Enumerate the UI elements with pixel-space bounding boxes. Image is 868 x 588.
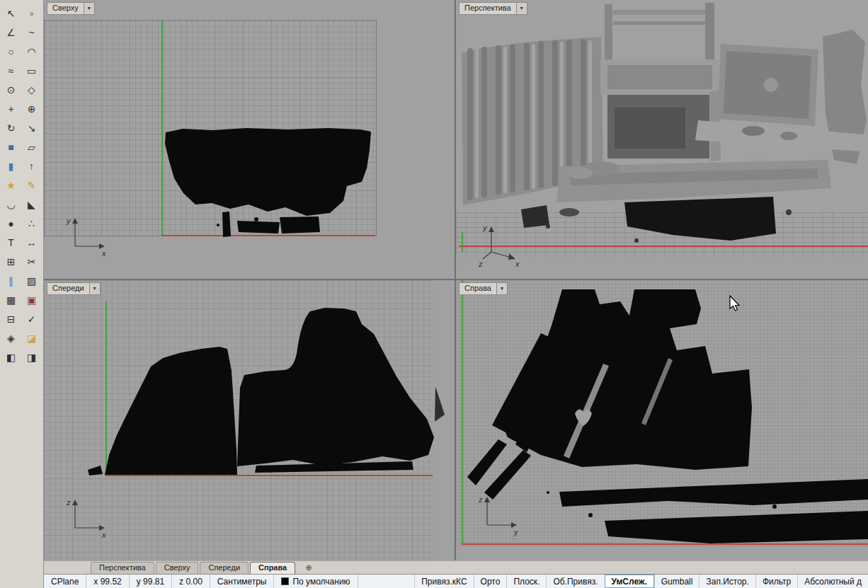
lock-icon[interactable]: ◨ (22, 348, 41, 367)
osnap-toggle[interactable]: Об.Привяз. (546, 575, 604, 588)
history-toggle[interactable]: Зап.Истор. (699, 575, 755, 588)
mesh-silhouette-right (456, 280, 868, 560)
viewport-menu-arrow-icon[interactable]: ▾ (84, 2, 95, 15)
polygon-icon[interactable]: ◇ (22, 81, 41, 99)
viewport-title-front: Спереди ▾ (47, 282, 101, 295)
cylinder-icon[interactable]: ▮ (1, 157, 21, 175)
viewport-top[interactable]: y x Сверху ▾ (44, 0, 455, 279)
main-toolbar: ↖ ▫ ∠ ~ ○ ◠ ≈ ▭ ⊙ ◇ (0, 0, 44, 588)
viewport-grid: y x Сверху ▾ (44, 0, 868, 560)
rotate-icon[interactable]: ↻ (1, 119, 21, 137)
viewport-title-label[interactable]: Справа (459, 282, 497, 295)
units-pane[interactable]: Сантиметры (210, 575, 275, 588)
planar-toggle[interactable]: Плоск. (506, 575, 546, 588)
status-spacer (358, 575, 415, 588)
grid-snap-toggle[interactable]: Привяз.кКС (414, 575, 473, 588)
x-coordinate-pane[interactable]: x 99.52 (86, 575, 129, 588)
viewport-title-perspective: Перспектива ▾ (459, 2, 527, 15)
tab-perspective[interactable]: Перспектива (91, 562, 154, 574)
add-viewport-tab-button[interactable]: ⊕ (301, 562, 316, 574)
move-icon[interactable]: + (1, 100, 21, 118)
block-icon[interactable]: ▣ (22, 291, 41, 309)
status-toggles: Привяз.кКС Орто Плоск. Об.Привяз. УмСлеж… (414, 575, 868, 588)
workspace: y x Сверху ▾ (44, 0, 868, 588)
layer-pane[interactable]: По умолчанию (274, 575, 358, 588)
selection-filter-icon[interactable]: ▫ (22, 4, 41, 23)
layer-color-swatch (281, 577, 289, 585)
pipe-icon[interactable]: ∥ (1, 272, 21, 290)
viewport-title-right: Справа ▾ (459, 282, 508, 295)
circle-icon[interactable]: ○ (1, 42, 21, 61)
hatch-icon[interactable]: ▨ (22, 272, 41, 290)
sphere-icon[interactable]: ● (1, 214, 21, 233)
sketch-icon[interactable]: ✎ (22, 176, 41, 195)
explode-icon[interactable]: ★ (1, 176, 21, 195)
viewport-menu-arrow-icon[interactable]: ▾ (90, 282, 101, 295)
scale-icon[interactable]: ↘ (22, 119, 41, 137)
mesh-silhouette-top (44, 0, 455, 279)
z-coordinate-pane[interactable]: z 0.00 (172, 575, 210, 588)
ortho-toggle[interactable]: Орто (474, 575, 507, 588)
polyline-icon[interactable]: ∠ (1, 23, 21, 42)
array-icon[interactable]: ⊞ (1, 253, 21, 271)
rectangle-icon[interactable]: ▭ (22, 62, 41, 80)
box-icon[interactable]: ■ (1, 138, 21, 156)
viewport-menu-arrow-icon[interactable]: ▾ (497, 282, 508, 295)
viewport-perspective[interactable]: y z x Перспектива ▾ (456, 0, 868, 279)
tab-top[interactable]: Сверху (156, 562, 199, 574)
viewport-menu-arrow-icon[interactable]: ▾ (517, 2, 527, 15)
viewport-title-top: Сверху ▾ (47, 2, 95, 15)
chamfer-icon[interactable]: ◣ (22, 195, 41, 214)
copy-icon[interactable]: ⊕ (22, 100, 41, 118)
arc-icon[interactable]: ◠ (22, 42, 41, 61)
mesh-silhouette-front (44, 280, 455, 560)
viewport-tabs-bar: Перспектива Сверху Спереди Справа ⊕ (44, 560, 868, 574)
status-bar: CPlane x 99.52 y 99.81 z 0.00 (44, 574, 868, 588)
fillet-icon[interactable]: ◡ (1, 195, 21, 214)
viewport-title-label[interactable]: Спереди (47, 282, 90, 295)
tab-front[interactable]: Спереди (200, 562, 249, 574)
freeform-curve-icon[interactable]: ≈ (1, 62, 21, 80)
group-icon[interactable]: ◈ (1, 329, 21, 347)
eraser-icon[interactable]: ◪ (22, 329, 41, 347)
trim-icon[interactable]: ✂ (22, 253, 41, 271)
control-point-curve-icon[interactable]: ~ (22, 23, 41, 42)
filter-toggle[interactable]: Фильтр (755, 575, 797, 588)
text-icon[interactable]: T (1, 234, 21, 252)
viewport-title-label[interactable]: Перспектива (459, 2, 517, 15)
gumball-toggle[interactable]: Gumball (654, 575, 699, 588)
viewport-title-label[interactable]: Сверху (47, 2, 84, 15)
viewport-right[interactable]: z y Справа ▾ (456, 280, 868, 560)
check-icon[interactable]: ✓ (22, 310, 41, 328)
grid-icon[interactable]: ▦ (1, 291, 21, 309)
surface-icon[interactable]: ▱ (22, 138, 41, 156)
absolute-tolerance-pane[interactable]: Абсолютный д (797, 575, 868, 588)
tab-right[interactable]: Справа (250, 562, 295, 574)
dimension-icon[interactable]: ↔ (22, 234, 41, 252)
viewport-front[interactable]: z x Спереди ▾ (44, 280, 455, 560)
smarttrack-toggle[interactable]: УмСлеж. (605, 575, 654, 588)
layout-icon[interactable]: ⊟ (1, 310, 21, 328)
ellipse-icon[interactable]: ⊙ (1, 81, 21, 99)
cplane-pane[interactable]: CPlane (44, 575, 86, 588)
hide-icon[interactable]: ◧ (1, 348, 21, 367)
scan-mesh-perspective (456, 0, 868, 279)
y-coordinate-pane[interactable]: y 99.81 (130, 575, 172, 588)
select-arrow-icon[interactable]: ↖ (1, 4, 21, 23)
viewport-tabs: Перспектива Сверху Спереди Справа (91, 562, 295, 574)
point-cloud-icon[interactable]: ∴ (22, 214, 41, 233)
status-cells: CPlane x 99.52 y 99.81 z 0.00 (44, 575, 358, 588)
extrude-icon[interactable]: ↑ (22, 157, 41, 175)
